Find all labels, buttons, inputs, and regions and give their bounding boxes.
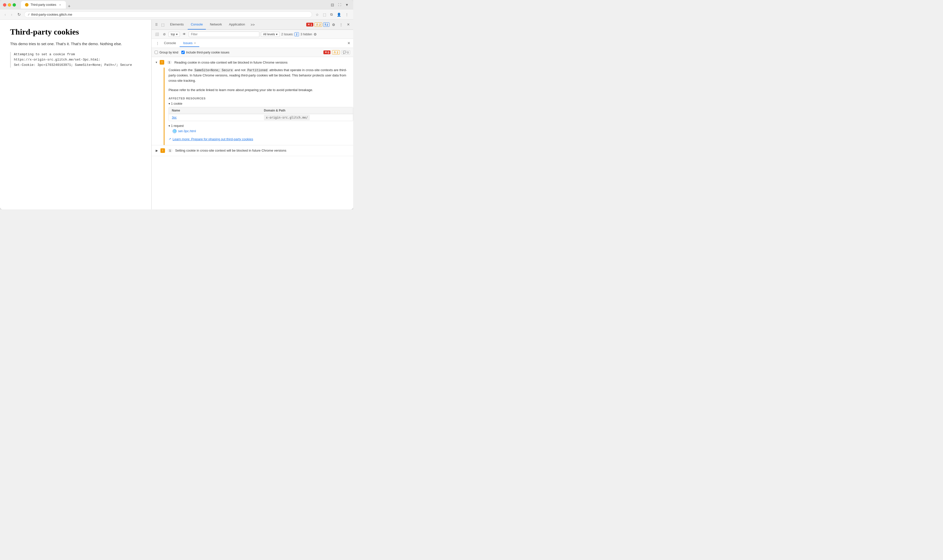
error-badge: ✕ 1 [306,23,313,26]
navigation-bar: ‹ › ↻ ⤤ third-party-cookies.glitch.me ☆ … [0,9,353,20]
group-by-kind-label: Group by kind [160,51,178,54]
console-line-1: Attempting to set a cookie from [14,52,141,57]
nav-icons: ☆ ⬚ ⧉ 👤 ⋮ [314,11,350,18]
issues-error-count: ✕ 0 [323,51,331,54]
screenshot-button[interactable]: ⬚ [322,11,328,18]
error-icon: ✕ [308,23,310,26]
issue-header-1[interactable]: ▾ ! 1 Reading cookie in cross-site conte… [152,57,353,68]
issues-toolbar: Group by kind Include third-party cookie… [152,48,353,57]
devtools-toolbar: ⠿ ⬚ Elements Console Network Application… [152,20,353,30]
devtools-select-icon[interactable]: ⠿ [154,22,159,28]
cookie-domain-col: Domain & Path [261,107,353,114]
console-sidebar-toggle[interactable]: ⬜ [154,32,160,37]
devtools-left-icons: ⠿ ⬚ [154,22,166,28]
log-levels-dropdown[interactable]: All levels ▾ [261,32,280,37]
issue-desc-1: Cookies with the SameSite=None; Secure a… [169,68,353,83]
reload-button[interactable]: ↻ [16,11,22,18]
issues-warn-icon: ⚠ [334,51,336,54]
back-button[interactable]: ‹ [3,11,7,18]
more-tabs-button[interactable]: >> [249,22,256,28]
log-levels-arrow: ▾ [276,32,277,36]
close-traffic-light[interactable] [3,3,6,6]
cookie-name-col: Name [169,107,261,114]
console-filter-input[interactable] [189,32,259,37]
bookmark-star-button[interactable]: ☆ [314,11,320,18]
info-badge: ℹ 2 [323,22,329,27]
learn-more-section: ↗ Learn more: Prepare for phasing out th… [169,137,353,141]
cookie-toggle-arrow: ▾ [169,102,170,105]
code-partitioned: Partitioned [246,68,268,72]
devtools-more-button[interactable]: ⋮ [338,22,345,28]
issues-error-icon: ✕ [325,51,327,54]
address-text: third-party-cookies.glitch.me [31,12,72,16]
page-content: Third-party cookies This demo tries to s… [0,20,151,209]
tab-application[interactable]: Application [226,20,248,29]
tab-issues-sub[interactable]: Issues × [180,40,200,47]
console-clear-button[interactable]: ⊘ [162,32,167,37]
group-by-kind-checkbox[interactable]: Group by kind [155,51,178,54]
issue-item-2: ▶ ! 1 Setting cookie in cross-site conte… [152,145,353,156]
tab-console[interactable]: Console [188,20,206,29]
issues-info-count: 💬 0 [342,50,350,54]
request-link[interactable]: 🌐 set-3pc.html [172,129,353,133]
address-bar[interactable]: ⤤ third-party-cookies.glitch.me [24,11,312,18]
issue-header-2[interactable]: ▶ ! 1 Setting cookie in cross-site conte… [152,145,353,156]
new-tab-button[interactable]: + [66,4,73,9]
tab-favicon [25,3,29,6]
include-third-party-label: Include third-party cookie issues [186,51,229,54]
console-eye-button[interactable]: 👁 [182,32,187,37]
devtools-settings-button[interactable]: ⚙ [331,22,337,28]
page-title: Third-party cookies [10,27,141,37]
issues-panel-tabs: ⋮ Console Issues × × [152,39,353,48]
issue-expand-arrow-1[interactable]: ▾ [155,60,157,64]
menu-button[interactable]: ⋮ [344,11,350,18]
console-tab-label: Console [164,41,176,45]
cookie-toggle-label: 1 cookie [171,102,182,105]
issue-body-1: Cookies with the SameSite=None; Secure a… [164,68,353,145]
include-third-party-input[interactable] [182,51,185,54]
tab-network[interactable]: Network [207,20,225,29]
learn-more-link[interactable]: Learn more: Prepare for phasing out thir… [172,137,253,141]
hidden-issues-label: 3 hidden [300,32,312,36]
request-filename: set-3pc.html [178,129,196,133]
browser-tab[interactable]: Third-party cookies × [21,1,66,9]
issue-item-1: ▾ ! 1 Reading cookie in cross-site conte… [152,57,353,145]
group-by-kind-input[interactable] [155,51,158,54]
tab-title: Third-party cookies [31,3,56,6]
context-dropdown-arrow: ▾ [176,32,178,36]
include-third-party-checkbox[interactable]: Include third-party cookie issues [182,51,229,54]
tab-elements[interactable]: Elements [167,20,187,29]
tab-close-button[interactable]: × [58,3,62,6]
issues-info-icon: 💬 [343,51,346,54]
issue-count-2: 1 [168,149,172,152]
request-toggle[interactable]: ▾ 1 request [169,124,353,128]
issues-tab-close[interactable]: × [194,42,196,45]
forward-button[interactable]: › [9,11,14,18]
devtools-device-icon[interactable]: ⬚ [160,22,166,28]
request-resource-group: ▾ 1 request 🌐 set-3pc.html [169,124,353,133]
content-area: Third-party cookies This demo tries to s… [0,20,353,209]
issues-settings-icon[interactable]: ⚙ [314,32,317,36]
extension-button[interactable]: ⧉ [329,11,334,18]
devtools-close-button[interactable]: × [345,22,351,28]
issues-label: 2 Issues: [281,32,294,36]
issues-count: 2 [294,32,299,36]
cookie-name-link[interactable]: 3pc [172,116,177,119]
cookie-toggle[interactable]: ▾ 1 cookie [169,102,353,105]
profile-button[interactable]: 👤 [335,11,343,18]
window-close-button[interactable]: ▼ [344,2,350,8]
affected-resources: AFFECTED RESOURCES ▾ 1 cookie Name Dom [169,97,353,133]
window-minimize-button[interactable]: ⊟ [329,2,335,8]
issues-panel-menu[interactable]: ⋮ [155,41,160,46]
request-toggle-label: 1 request [171,124,184,128]
tab-console-sub[interactable]: Console [160,40,180,47]
context-dropdown[interactable]: top ▾ [169,32,180,37]
issues-content: ▾ ! 1 Reading cookie in cross-site conte… [152,57,353,209]
minimize-traffic-light[interactable] [8,3,11,6]
issue-expand-arrow-2[interactable]: ▶ [155,149,158,152]
devtools-panel: ⠿ ⬚ Elements Console Network Application… [151,20,353,209]
fullscreen-traffic-light[interactable] [12,3,16,6]
cookie-table-header: Name Domain & Path [169,107,353,114]
window-expand-button[interactable]: ⛶ [337,2,343,8]
issues-panel-close[interactable]: × [348,41,350,46]
